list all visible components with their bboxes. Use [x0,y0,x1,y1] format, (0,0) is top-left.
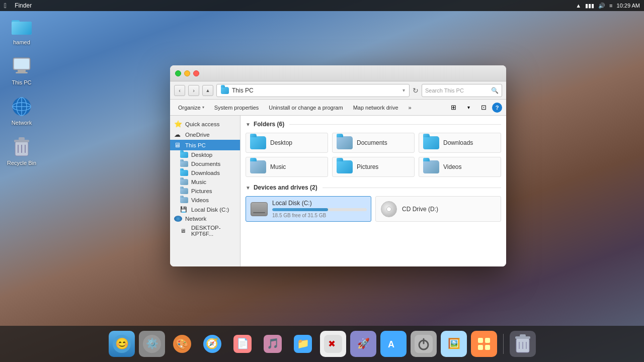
sidebar-item-documents[interactable]: Documents [170,159,240,168]
search-bar[interactable]: Search This PC 🔍 [422,84,502,97]
desktop-icon-thispc[interactable]: This PC [4,55,39,85]
dock-item-files[interactable]: 📁 [290,331,316,357]
sidebar-item-network[interactable]: Network [170,214,240,223]
window-content: ⭐ Quick access ☁ OneDrive 🖥 This PC Desk… [170,116,506,266]
svg-rect-46 [478,345,483,350]
sidebar-item-desktop[interactable]: Desktop [170,150,240,159]
sidebar-label-documents: Documents [191,161,220,167]
view-details-button[interactable]: ⊞ [447,102,460,114]
svg-rect-2 [12,22,32,35]
sidebar-item-videos[interactable]: Videos [170,196,240,205]
folder-item-pictures[interactable]: Pictures [332,157,415,177]
dock-item-system-prefs[interactable]: ⚙️ [139,331,165,357]
organize-button[interactable]: Organize ▾ [174,102,208,114]
local-disk-c-name: Local Disk (C:) [272,200,367,207]
dock-item-pages[interactable]: 📄 [229,331,256,357]
address-bar[interactable]: This PC ▾ [216,84,410,97]
local-disk-c-bar-fill [272,208,328,211]
svg-rect-50 [520,334,526,337]
back-button[interactable]: ‹ [174,85,185,96]
desktop-icon-recyclebin[interactable]: Recycle Bin [4,136,39,166]
local-disk-c-info: Local Disk (C:) 18.5 GB free of 31.5 GB [272,200,367,218]
dock-item-rocket[interactable]: 🚀 [350,331,376,357]
folder-item-pictures-label: Pictures [357,163,378,170]
map-network-button[interactable]: Map network drive [349,102,403,114]
uninstall-button[interactable]: Uninstall or change a program [265,102,347,114]
dock-item-image-capture[interactable]: 🖼️ [441,331,467,357]
sidebar-item-desktop-kpt6f[interactable]: 🖥 DESKTOP-KPT6F... [170,223,240,238]
dock-item-itunes[interactable]: 🎵 [260,331,286,357]
svg-text:✖: ✖ [328,339,336,349]
address-text: This PC [232,87,399,94]
svg-rect-6 [16,72,28,73]
pictures-folder-icon [180,188,188,194]
forward-button[interactable]: › [188,85,199,96]
svg-text:⚙️: ⚙️ [146,337,158,349]
folders-section-header[interactable]: ▼ Folders (6) [246,121,501,128]
sidebar-item-downloads[interactable]: Downloads [170,168,240,177]
dock-item-power[interactable] [411,331,437,357]
dock: 😊 ⚙️ 🎨 🧭 📄 🎵 📁 ✖ 🚀 [0,326,644,362]
videos-folder-large-icon [423,160,439,173]
desktop-icons-container: hamed This PC [4,15,39,166]
svg-text:🧭: 🧭 [206,337,218,349]
svg-text:📁: 📁 [297,337,309,349]
dock-item-crossover[interactable]: ✖ [320,331,346,357]
sidebar-item-onedrive[interactable]: ☁ OneDrive [170,129,240,140]
drives-section-header[interactable]: ▼ Devices and drives (2) [246,184,501,191]
sidebar-item-thispc[interactable]: 🖥 This PC [170,140,240,150]
svg-rect-43 [475,335,493,353]
svg-rect-45 [485,338,490,343]
refresh-button[interactable]: ↻ [413,86,419,95]
volume-icon: 🔊 [598,3,605,9]
drives-divider [323,188,501,188]
folder-item-documents[interactable]: Documents [332,133,415,153]
dock-item-safari[interactable]: 🧭 [199,331,225,357]
finder-menu[interactable]: Finder [15,2,32,9]
sidebar-item-quick-access[interactable]: ⭐ Quick access [170,119,240,129]
dock-item-appstore[interactable]: A [380,331,407,357]
folder-item-documents-label: Documents [357,139,387,146]
dock-item-trash[interactable] [510,331,536,357]
close-button[interactable] [193,70,199,76]
recyclebin-icon-label: Recycle Bin [7,160,36,166]
folder-item-downloads[interactable]: Downloads [419,133,501,153]
folder-item-music[interactable]: Music [246,157,328,177]
address-folder-icon [221,87,229,94]
drive-item-cd-drive-d[interactable]: CD Drive (D:) [375,196,501,222]
sidebar-item-pictures[interactable]: Pictures [170,187,240,196]
dock-item-launchpad[interactable]: 🎨 [169,331,195,357]
layout-button[interactable]: ⊡ [477,102,490,114]
thispc-icon-label: This PC [12,79,31,85]
dock-item-mosaic[interactable] [471,331,497,357]
sidebar-label-downloads: Downloads [191,170,220,176]
downloads-folder-large-icon [423,136,439,149]
minimize-button[interactable] [184,70,190,76]
sidebar: ⭐ Quick access ☁ OneDrive 🖥 This PC Desk… [170,116,240,266]
quick-access-icon: ⭐ [174,120,182,128]
desktop-icon-hamed[interactable]: hamed [4,15,39,45]
system-properties-button[interactable]: System properties [210,102,263,114]
more-ribbon-button[interactable]: » [405,102,416,114]
sidebar-item-local-disk[interactable]: 💾 Local Disk (C:) [170,205,240,214]
desktop-icon-network[interactable]: Network [4,96,39,126]
window-titlebar [170,65,506,81]
maximize-button[interactable] [175,70,181,76]
up-button[interactable]: ▲ [202,85,213,96]
file-area: ▼ Folders (6) Desktop Documents [240,116,506,266]
dock-separator [503,334,504,354]
help-button[interactable]: ? [492,103,502,113]
cd-shape [381,201,397,217]
svg-text:📄: 📄 [236,337,249,349]
sidebar-label-pictures: Pictures [191,188,212,194]
dock-item-finder[interactable]: 😊 [109,331,135,357]
view-dropdown-button[interactable]: ▾ [462,102,475,114]
folder-item-videos[interactable]: Videos [419,157,501,177]
search-placeholder: Search This PC [425,87,491,94]
drive-item-local-disk-c[interactable]: Local Disk (C:) 18.5 GB free of 31.5 GB [246,196,371,222]
folder-item-desktop[interactable]: Desktop [246,133,328,153]
svg-text:😊: 😊 [115,337,129,350]
wifi-icon: ▲ [576,3,581,9]
apple-menu-icon[interactable]:  [4,2,7,10]
sidebar-item-music[interactable]: Music [170,177,240,187]
